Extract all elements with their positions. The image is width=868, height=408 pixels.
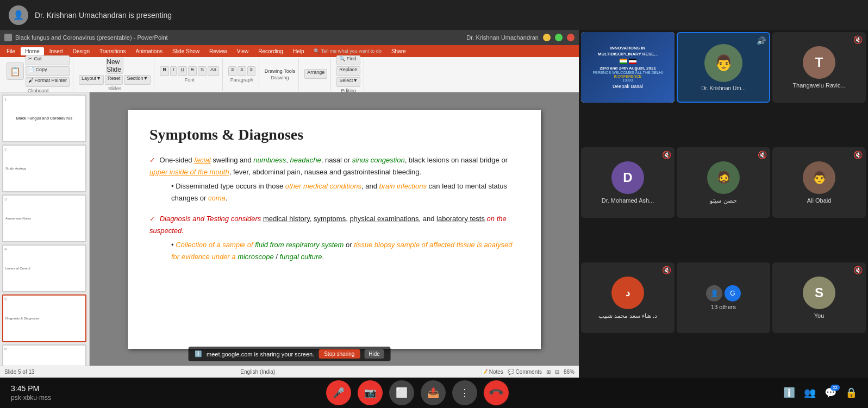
tab-insert[interactable]: Insert bbox=[45, 47, 67, 55]
font-size-button[interactable]: Aa bbox=[208, 66, 219, 76]
arrange-button[interactable]: Arrange bbox=[304, 69, 327, 79]
headache-text: headache bbox=[290, 156, 321, 164]
find-button[interactable]: 🔍 Find bbox=[336, 55, 360, 65]
align-center-button[interactable]: ≡ bbox=[238, 66, 246, 76]
paste-button[interactable]: 📋 bbox=[7, 62, 24, 80]
others-name: 13 others bbox=[709, 304, 738, 310]
arrange-section: Arrange bbox=[301, 58, 331, 91]
meeting-time: 3:45 PM bbox=[11, 384, 51, 393]
top-bar: 👤 Dr. Krishnan Umachandran is presenting bbox=[0, 0, 868, 30]
stop-sharing-button[interactable]: Stop sharing bbox=[319, 349, 360, 359]
tab-animations[interactable]: Animations bbox=[132, 47, 167, 55]
language-indicator: English (India) bbox=[240, 369, 275, 375]
paragraph-label: Paragraph bbox=[230, 77, 253, 83]
select-button[interactable]: Select▼ bbox=[336, 77, 360, 87]
italic-button[interactable]: I bbox=[170, 66, 177, 76]
mute-icon-you: 🔇 bbox=[853, 266, 863, 274]
slide-panel[interactable]: 1 Black Fungus and Coronavirus 2 Study s… bbox=[0, 92, 90, 366]
maximize-button[interactable] bbox=[555, 34, 563, 41]
participant-card-thangavelu: 🔇 T Thangavelu Ravic... bbox=[772, 32, 866, 103]
krishnan-video: 👨 🔊 Dr. Krishnan Um... bbox=[678, 33, 769, 102]
bottom-bar: 3:45 PM psk-xbku-mss 🎤 📷 ⬜ 📤 ⋮ 📞 ℹ️ 👥 💬 … bbox=[0, 378, 868, 408]
hana-name: د. هناء سعد محمد شبيب bbox=[596, 312, 659, 319]
participant-card-13others: 👤 G 13 others bbox=[677, 262, 770, 333]
minimize-button[interactable] bbox=[543, 34, 551, 41]
bold-button[interactable]: B bbox=[160, 66, 169, 76]
main-area: Black fungus and Coronavirus (presentabl… bbox=[0, 30, 868, 378]
tab-file[interactable]: File bbox=[2, 47, 20, 55]
mute-button[interactable]: 🎤 bbox=[326, 380, 351, 405]
camera-button[interactable]: 📷 bbox=[358, 380, 383, 405]
tab-share[interactable]: Share bbox=[387, 47, 410, 55]
share-screen-button[interactable]: 📤 bbox=[421, 380, 446, 405]
slide-thumb-3[interactable]: 3 Awareness Notes bbox=[2, 194, 86, 242]
tab-transitions[interactable]: Transitions bbox=[95, 47, 130, 55]
participants-panel: INNOVATIONS INMULTIDISCIPLINARY RESE... … bbox=[579, 30, 868, 378]
share-info-icon: ℹ️ bbox=[195, 350, 202, 357]
format-painter-button[interactable]: 🖌 Format Painter bbox=[26, 77, 70, 87]
participant-card-hana: 🔇 د د. هناء سعد محمد شبيب bbox=[581, 262, 675, 333]
bullet-2: ✓ Diagnosis and Testing considers medica… bbox=[149, 213, 519, 237]
ppt-title-bar-right: Dr. Krishnan Umachandran bbox=[466, 34, 574, 41]
comments-button[interactable]: 💬 Comments bbox=[508, 369, 542, 375]
view-slide-sorter-button[interactable]: ⊟ bbox=[555, 369, 559, 375]
numbness-text: numbness bbox=[253, 156, 286, 164]
underline-button[interactable]: U bbox=[178, 66, 187, 76]
bottom-right-controls: ℹ️ 👥 💬 22 🔒 bbox=[783, 387, 857, 399]
ribbon-tabs: File Home Insert Design Transitions Anim… bbox=[0, 45, 579, 57]
reset-button[interactable]: Reset bbox=[105, 75, 123, 85]
copy-button[interactable]: 📄 Copy bbox=[26, 66, 70, 76]
activities-button[interactable]: 🔒 bbox=[845, 387, 857, 399]
strikethrough-button[interactable]: S bbox=[188, 66, 197, 76]
align-right-button[interactable]: ≡ bbox=[247, 66, 255, 76]
slide-thumb-1[interactable]: 1 Black Fungus and Coronavirus bbox=[2, 95, 86, 142]
conference-banner: INNOVATIONS INMULTIDISCIPLINARY RESE... … bbox=[581, 32, 675, 103]
checkmark-2: ✓ bbox=[149, 215, 155, 223]
more-options-button[interactable]: ⋮ bbox=[452, 380, 477, 405]
close-button[interactable] bbox=[567, 34, 574, 41]
tab-home[interactable]: Home bbox=[21, 47, 44, 55]
tab-help[interactable]: Help bbox=[289, 47, 309, 55]
ppt-status-bar: Slide 5 of 13 English (India) 📝 Notes 💬 … bbox=[0, 366, 579, 378]
krishnan-name: Dr. Krishnan Um... bbox=[701, 85, 746, 91]
drawing-label: Drawing bbox=[271, 75, 289, 80]
text-shadow-button[interactable]: S bbox=[198, 66, 207, 76]
mute-icon-thangavelu: 🔇 bbox=[853, 35, 863, 44]
share-text: meet.google.com is sharing your screen. bbox=[207, 351, 314, 357]
slide-content: ✓ One-sided facial swelling and numbness… bbox=[149, 154, 519, 263]
replace-button[interactable]: Replace bbox=[336, 66, 360, 76]
slide-thumb-4[interactable]: 4 Levers of Control bbox=[2, 244, 86, 292]
slide-thumb-2[interactable]: 2 Study strategy bbox=[2, 145, 86, 192]
tab-view[interactable]: View bbox=[233, 47, 253, 55]
view-normal-button[interactable]: ⊞ bbox=[546, 369, 551, 375]
cut-button[interactable]: ✂ Cut bbox=[26, 55, 70, 65]
participant-card-dr-mohamed: 🔇 D Dr. Mohamed Ash... bbox=[581, 147, 675, 218]
hisn-avatar: 🧔 bbox=[707, 161, 740, 194]
fungal-culture-text: fungal culture bbox=[279, 253, 322, 261]
align-left-button[interactable]: ≡ bbox=[228, 66, 236, 76]
people-button[interactable]: 👥 bbox=[804, 387, 816, 399]
ppt-window-title: Black fungus and Coronavirus (presentabl… bbox=[15, 34, 168, 41]
slide-thumb-5[interactable]: 5 Diagnosis & Diagnoses bbox=[2, 294, 86, 342]
tab-review[interactable]: Review bbox=[205, 47, 232, 55]
hide-button[interactable]: Hide bbox=[364, 349, 384, 359]
chat-button[interactable]: 💬 22 bbox=[825, 387, 836, 399]
physical-exam-text: physical examinations bbox=[349, 215, 419, 223]
slide-thumb-6[interactable]: 6 bbox=[2, 344, 86, 366]
end-call-button[interactable]: 📞 bbox=[478, 375, 514, 408]
ppt-title-bar-left: Black fungus and Coronavirus (presentabl… bbox=[4, 34, 168, 41]
tab-recording[interactable]: Recording bbox=[254, 47, 288, 55]
notes-button[interactable]: 📝 Notes bbox=[481, 369, 503, 375]
present-button[interactable]: ⬜ bbox=[389, 380, 414, 405]
tab-slideshow[interactable]: Slide Show bbox=[168, 47, 204, 55]
new-slide-button[interactable]: New Slide bbox=[106, 58, 123, 74]
layout-button[interactable]: Layout▼ bbox=[79, 75, 104, 85]
ali-obaid-avatar: 👨 bbox=[803, 161, 835, 194]
chat-badge: 22 bbox=[830, 385, 840, 391]
info-button[interactable]: ℹ️ bbox=[783, 387, 795, 399]
tab-design[interactable]: Design bbox=[68, 47, 94, 55]
tab-tell-me[interactable]: 🔍 Tell me what you want to do bbox=[309, 47, 385, 55]
section-button[interactable]: Section▼ bbox=[124, 75, 151, 85]
mute-icon-hisn: 🔇 bbox=[758, 150, 767, 159]
ppt-body: 1 Black Fungus and Coronavirus 2 Study s… bbox=[0, 92, 579, 366]
